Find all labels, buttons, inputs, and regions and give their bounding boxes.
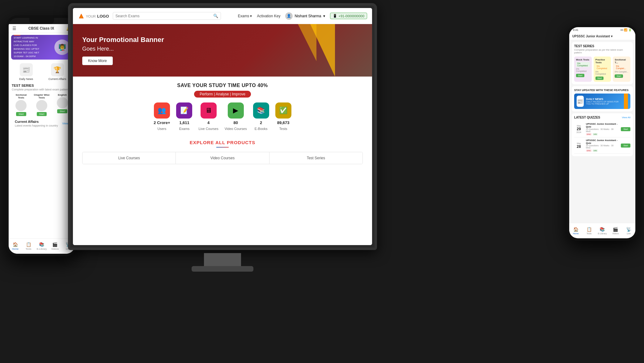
search-icon: 🔍 bbox=[213, 14, 218, 18]
ebooks-num: 2 bbox=[260, 120, 262, 125]
rp-test-sub: Complete preparation as per the latest e… bbox=[574, 48, 630, 54]
tab-test-series[interactable]: Test Series bbox=[269, 152, 362, 164]
nav-videos[interactable]: 🎬 Videos bbox=[48, 242, 61, 250]
know-more-button[interactable]: Know More bbox=[82, 56, 113, 65]
stat-ebooks: 📚 2 E-Books bbox=[253, 102, 269, 131]
tests-num: 89,673 bbox=[277, 120, 290, 125]
sectional-tests-card: Sectional T... 5% Complet... 0% Complet.… bbox=[613, 56, 630, 82]
nav-elibrary-label: E-Library bbox=[37, 248, 47, 250]
rp-features: STAY UPDATED WITH THESE FEATURES 📰 DAILY… bbox=[572, 86, 633, 111]
users-num: 2 Crore+ bbox=[154, 120, 170, 125]
ebooks-icon: 📚 bbox=[253, 102, 269, 119]
rp-nav-elibrary[interactable]: 📚 E-Library bbox=[596, 227, 609, 235]
daily-news-banner[interactable]: 📰 DAILY NEWS DAILY PACKETS OF NEWS FOR Y… bbox=[574, 94, 630, 109]
rp-nav-live[interactable]: 📡 Live bbox=[622, 227, 635, 235]
daily-news-title: DAILY NEWS bbox=[586, 98, 621, 101]
tab-video-courses[interactable]: Video Courses bbox=[176, 152, 269, 164]
exams-nav-link[interactable]: Exams ▾ bbox=[238, 14, 252, 18]
nav-tests[interactable]: 📋 Tests bbox=[22, 242, 35, 250]
daily-news-subtitle: DAILY PACKETS OF NEWS FOR YOU TO FRESHEN… bbox=[586, 101, 621, 105]
phone-number: +91-0000000000 bbox=[339, 14, 365, 18]
ebooks-label: E-Books bbox=[255, 127, 268, 131]
affairs-title: Current Affairs bbox=[12, 119, 61, 124]
promotional-banner: Your Promotional Banner Goes Here... Kno… bbox=[73, 24, 372, 77]
time-display: 9:41 bbox=[573, 28, 578, 31]
stats-grid: 👥 2 Crore+ Users 📝 1,611 Exams 🖥 4 bbox=[73, 102, 372, 131]
banner-title: Your Promotional Banner bbox=[82, 35, 164, 44]
search-input[interactable] bbox=[116, 14, 211, 18]
quiz-tag-hin-2: HIN bbox=[593, 149, 598, 152]
practice-tests-title: Practice Tests bbox=[595, 58, 609, 64]
sectional-tests-start-btn[interactable]: Start bbox=[615, 74, 623, 78]
rp-test-title: TEST SERIES bbox=[574, 44, 630, 48]
exam-selector[interactable]: UPSSSC Junior Assistant ▾ bbox=[572, 35, 612, 38]
chapter-start-btn[interactable]: Start bbox=[37, 112, 47, 116]
quiz-date-2: May 28 bbox=[574, 142, 583, 149]
nav-elibrary[interactable]: 📚 E-Library bbox=[35, 242, 49, 250]
quiz-start-btn-1[interactable]: Start bbox=[621, 127, 630, 131]
left-phone: ☰ CBSE Class IX 🔔 LIVE START LEARNING IN… bbox=[6, 15, 77, 256]
nav-tests-label: Tests bbox=[26, 248, 32, 250]
quiz-tag-hin-1: HIN bbox=[593, 133, 598, 136]
mock-tests-badge: 5% Completed bbox=[576, 62, 590, 67]
hamburger-icon[interactable]: ☰ bbox=[12, 26, 16, 31]
rp-nav-home[interactable]: 🏠 Home bbox=[569, 227, 583, 235]
rp-nav-tests[interactable]: 📋 Tests bbox=[583, 227, 596, 235]
rp-nav-videos[interactable]: 🎬 Videos bbox=[609, 227, 622, 235]
svg-rect-1 bbox=[80, 16, 82, 18]
daily-news-item[interactable]: 📰 Daily News bbox=[12, 63, 40, 81]
perform-badge: Perform | Analyse | Improve bbox=[194, 91, 251, 98]
chapter-tests: Chapter WiseTests Start bbox=[32, 94, 51, 116]
practice-tests-start-btn[interactable]: Start bbox=[595, 77, 604, 80]
affairs-sub: Latest events happening in country bbox=[12, 124, 61, 128]
rp-features-title: STAY UPDATED WITH THESE FEATURES bbox=[574, 89, 630, 92]
mock-tests-card: Mock Tests 5% Completed 0% Completed Sta… bbox=[574, 56, 592, 82]
user-nav: 👤 Nishant Sharma ▾ bbox=[285, 12, 325, 20]
practice-tests-progress: 0% Completed bbox=[595, 71, 609, 75]
rp-videos-icon: 🎬 bbox=[613, 227, 618, 232]
news-row: 📰 Daily News 🏆 Current Affairs bbox=[9, 61, 75, 82]
nav-home[interactable]: 🏠 Home bbox=[9, 242, 22, 250]
mock-tests-start-btn[interactable]: Start bbox=[576, 74, 584, 77]
exams-chevron-icon: ▾ bbox=[250, 14, 252, 18]
rp-bottom-nav: 🏠 Home 📋 Tests 📚 E-Library 🎬 Videos 📡 Li… bbox=[569, 223, 635, 238]
site-header: YOUR LOGO 🔍 Exams ▾ Activation Key bbox=[73, 8, 372, 24]
daily-news-icon: 📰 bbox=[20, 63, 33, 76]
exams-icon: 📝 bbox=[176, 102, 192, 119]
quiz-start-btn-2[interactable]: Start bbox=[621, 144, 630, 148]
instructor-avatar: 👨‍🏫 bbox=[54, 40, 70, 55]
quiz-day-1: 29 bbox=[574, 127, 583, 131]
video-courses-icon: ▶ bbox=[228, 102, 244, 119]
current-affairs-label: Current Affairs bbox=[49, 77, 66, 81]
search-bar[interactable]: 🔍 bbox=[113, 12, 221, 20]
mock-tests-title: Mock Tests bbox=[576, 58, 590, 61]
user-avatar: 👤 bbox=[285, 12, 293, 20]
activation-key-link[interactable]: Activation Key bbox=[257, 14, 280, 18]
phone-left-bottom-nav: 🏠 Home 📋 Tests 📚 E-Library 🎬 Videos 📡 Li… bbox=[9, 238, 75, 254]
rp-live-icon: 📡 bbox=[626, 227, 631, 232]
daily-news-icon: 📰 bbox=[577, 96, 584, 107]
test-series-row: SectionalTests Start Chapter WiseTests S… bbox=[9, 92, 75, 117]
elibrary-icon: 📚 bbox=[39, 242, 44, 247]
sectional-label: SectionalTests bbox=[16, 94, 27, 99]
quizzes-title: LATEST QUIZZES bbox=[574, 116, 600, 119]
user-chevron-icon: ▾ bbox=[323, 14, 325, 18]
logo-icon bbox=[78, 13, 85, 19]
phone-class-title: CBSE Class IX bbox=[28, 26, 54, 31]
live-badge: LIVE bbox=[14, 35, 21, 35]
right-phone: 9:41 ▪▪▪ 📶 🔋 UPSSSC Junior Assistant ▾ T… bbox=[567, 25, 638, 241]
logo-name-text: LOGO bbox=[97, 14, 109, 19]
daily-news-label: Daily News bbox=[19, 77, 33, 81]
sectional-start-btn[interactable]: Start bbox=[16, 112, 26, 116]
quiz-month-1: May bbox=[574, 125, 583, 127]
quiz-tags-1: ENG HIN bbox=[586, 133, 618, 136]
quizzes-view-all[interactable]: View All bbox=[622, 116, 630, 119]
english-start-btn[interactable]: Start bbox=[57, 109, 67, 113]
phone-notch bbox=[29, 18, 54, 24]
chapter-label: Chapter WiseTests bbox=[34, 94, 49, 99]
tab-live-courses[interactable]: Live Courses bbox=[83, 152, 176, 164]
phone-left-header: ☰ CBSE Class IX 🔔 bbox=[9, 24, 75, 33]
current-affairs-item[interactable]: 🏆 Current Affairs bbox=[43, 63, 72, 81]
video-courses-label: Video Courses bbox=[225, 127, 247, 131]
english-circle bbox=[57, 97, 68, 108]
